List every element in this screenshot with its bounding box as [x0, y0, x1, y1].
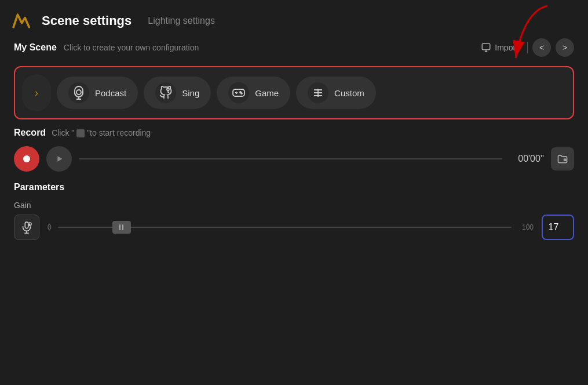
svg-rect-5 — [233, 89, 244, 96]
sing-icon — [155, 82, 176, 103]
import-button[interactable]: Import — [476, 40, 523, 55]
scene-cards-container: › Podcast — [14, 66, 574, 119]
gain-min: 0 — [48, 223, 53, 231]
play-icon — [54, 154, 64, 164]
scene-prev-button[interactable]: < — [532, 38, 551, 57]
gain-mic-icon: + — [14, 215, 39, 240]
my-scene-title: My Scene — [14, 42, 57, 53]
record-play-button[interactable] — [46, 146, 72, 172]
svg-point-7 — [241, 93, 242, 94]
gain-controls: + 0 100 — [14, 215, 574, 240]
gain-row: Gain + 0 — [14, 201, 574, 240]
record-section: Record Click " "to start recording 00'00… — [0, 119, 588, 176]
app-logo — [9, 10, 30, 31]
custom-icon — [308, 82, 328, 103]
header-nav: Lighting settings — [148, 13, 215, 28]
record-controls: 00'00'' — [14, 146, 574, 172]
my-scene-header: My Scene Click to create your own config… — [14, 38, 574, 57]
scene-next-button[interactable]: > — [556, 38, 574, 57]
folder-icon — [557, 153, 568, 165]
scene-card-sing[interactable]: Sing — [144, 77, 211, 109]
svg-point-1 — [76, 90, 81, 95]
svg-point-12 — [23, 155, 30, 162]
record-folder-button[interactable] — [551, 147, 574, 170]
svg-point-4 — [167, 88, 169, 90]
scene-card-partial: › — [22, 74, 51, 111]
record-title: Record — [14, 128, 46, 138]
my-scene-subtitle: Click to create your own configuration — [64, 43, 199, 52]
gain-max: 100 — [516, 223, 534, 231]
gain-slider-container[interactable]: 0 100 — [48, 219, 534, 235]
partial-arrow-icon: › — [35, 87, 38, 99]
gain-value-input[interactable] — [542, 215, 574, 240]
record-inline-icon — [76, 129, 85, 137]
record-hint: Click " "to start recording — [52, 128, 151, 137]
record-timeline — [79, 158, 502, 159]
parameters-section: Parameters Gain + 0 — [0, 176, 588, 253]
my-scene-section: My Scene Click to create your own config… — [0, 38, 588, 57]
svg-marker-13 — [57, 156, 62, 161]
page-title: Scene settings — [42, 13, 132, 28]
record-dot-icon — [21, 154, 32, 164]
record-start-button[interactable] — [14, 146, 39, 172]
game-icon — [228, 82, 249, 103]
scene-card-custom[interactable]: Custom — [296, 77, 376, 109]
gain-slider-thumb[interactable] — [112, 221, 131, 234]
podcast-label: Podcast — [95, 88, 126, 98]
record-header: Record Click " "to start recording — [14, 128, 574, 138]
podcast-icon — [68, 82, 89, 103]
svg-rect-0 — [483, 43, 491, 50]
scene-card-game[interactable]: Game — [217, 77, 290, 109]
game-label: Game — [255, 88, 279, 98]
app-container: Scene settings Lighting settings My Scen… — [0, 0, 588, 385]
scene-card-podcast[interactable]: Podcast — [57, 77, 138, 109]
gain-label: Gain — [14, 201, 574, 210]
divider — [527, 42, 528, 53]
sing-label: Sing — [182, 88, 199, 98]
thumb-lines — [119, 224, 123, 230]
scene-controls: Import < > — [476, 38, 574, 57]
svg-point-14 — [564, 159, 566, 161]
record-time: 00'00'' — [509, 154, 544, 164]
svg-rect-15 — [25, 222, 28, 228]
nav-lighting-settings[interactable]: Lighting settings — [148, 13, 215, 28]
import-icon — [481, 42, 491, 53]
svg-text:+: + — [28, 223, 30, 226]
parameters-title: Parameters — [14, 182, 574, 192]
custom-label: Custom — [334, 88, 364, 98]
header: Scene settings Lighting settings — [0, 0, 588, 38]
